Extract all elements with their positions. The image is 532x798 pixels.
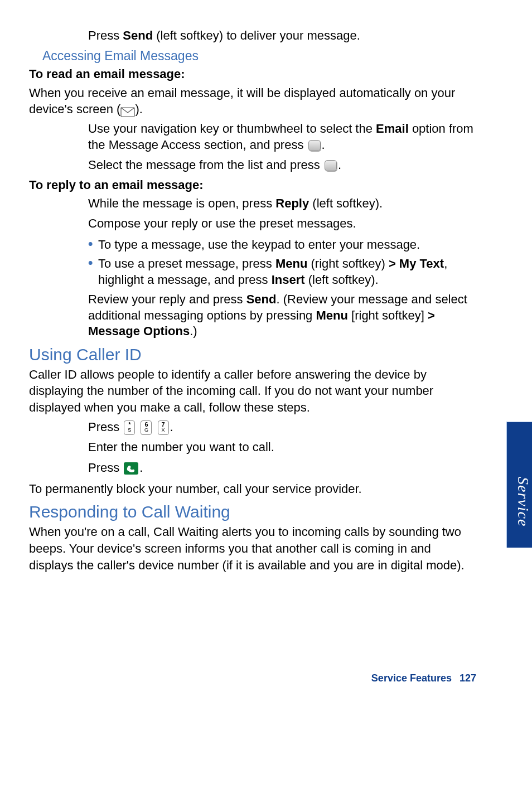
heading-to-read: To read an email message: — [29, 67, 476, 81]
section-caller-id: Using Caller ID — [29, 345, 476, 364]
step-send: Press Send (left softkey) to deliver you… — [29, 28, 476, 44]
key-star-icon: *S — [124, 420, 135, 435]
step-press-star67: Press *S 6G 7X. — [29, 419, 476, 436]
footer-section-label: Service Features — [371, 673, 452, 684]
side-tab-label: Service — [507, 422, 532, 548]
step-reply-open: While the message is open, press Reply (… — [29, 196, 476, 212]
step-enter-number: Enter the number you want to call. — [29, 439, 476, 456]
bullet-preset-message: To use a preset message, press Menu (rig… — [29, 255, 476, 288]
envelope-icon — [120, 105, 135, 115]
page-footer: Service Features127 — [371, 673, 476, 684]
heading-to-reply: To reply to an email message: — [29, 178, 476, 192]
read-intro: When you receive an email message, it wi… — [29, 85, 476, 118]
key-6-icon: 6G — [141, 420, 152, 435]
step-select-message: Select the message from the list and pre… — [29, 157, 476, 173]
bullet-type-message: To type a message, use the keypad to ent… — [29, 236, 476, 253]
section-call-waiting: Responding to Call Waiting — [29, 502, 476, 521]
key-7-icon: 7X — [158, 420, 169, 435]
step-compose: Compose your reply or use the preset mes… — [29, 216, 476, 232]
caller-id-body: Caller ID allows people to identify a ca… — [29, 366, 476, 416]
call-waiting-body: When you're on a call, Call Waiting aler… — [29, 524, 476, 573]
step-review: Review your reply and press Send. (Revie… — [29, 292, 476, 340]
call-key-icon — [124, 462, 138, 475]
ok-key-icon — [308, 140, 321, 151]
step-navigation: Use your navigation key or thumbwheel to… — [29, 121, 476, 153]
step-press-call: Press . — [29, 460, 476, 476]
side-tab-service: Service — [506, 422, 532, 548]
subheading-accessing-email: Accessing Email Messages — [42, 49, 476, 64]
page-number: 127 — [460, 673, 476, 684]
ok-key-icon — [325, 160, 337, 171]
caller-permanent-block: To permanently block your number, call y… — [29, 481, 476, 497]
